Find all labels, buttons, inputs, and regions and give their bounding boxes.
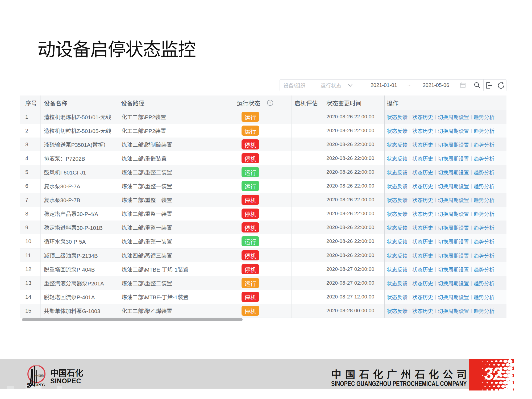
svg-text:中国石化: 中国石化 bbox=[35, 374, 44, 377]
svg-text:?: ? bbox=[269, 101, 271, 105]
svg-text:INOPEC: INOPEC bbox=[31, 383, 45, 387]
